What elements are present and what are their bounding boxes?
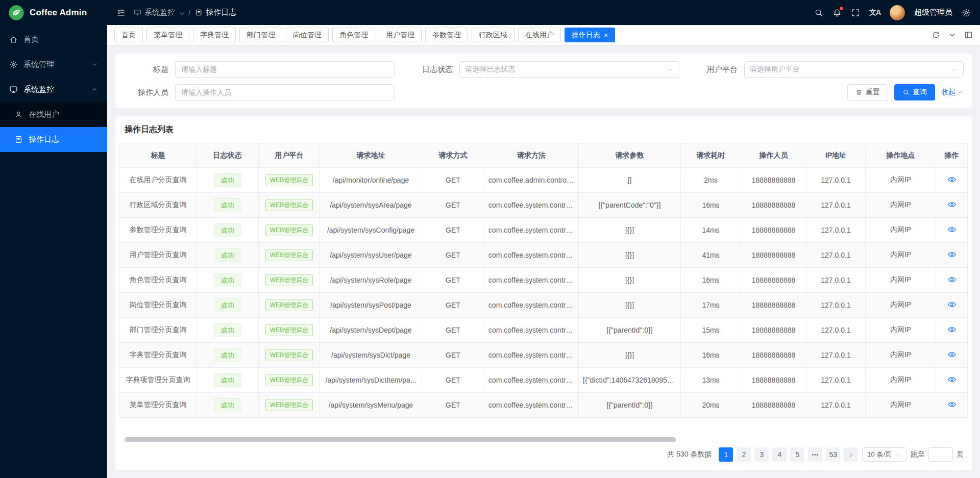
view-detail-eye-icon[interactable] (947, 275, 957, 284)
layout-icon[interactable] (964, 31, 973, 39)
table-row: 在线用户分页查询成功WEB管理后台/api/monitor/online/pag… (120, 168, 968, 193)
cell-location: 内网IP (866, 393, 936, 418)
sidebar: Coffee Admin 首页系统管理系统监控在线用户操作日志 (0, 0, 107, 478)
avatar[interactable] (890, 5, 905, 20)
cell-request-func: com.coffee.system.controlle... (484, 293, 579, 318)
tab-7[interactable]: 参数管理 (425, 28, 468, 42)
card-header: 操作日志列表 (119, 116, 968, 143)
translate-icon[interactable]: 文A (869, 8, 880, 17)
column-settings-gear-icon[interactable] (954, 125, 963, 134)
page-ellipsis[interactable]: ••• (808, 447, 822, 462)
menu-collapse-icon[interactable] (116, 8, 126, 17)
fullscreen-icon[interactable] (851, 8, 860, 17)
platform-filter-select[interactable]: 请选择用户平台 (744, 61, 964, 78)
sidebar-item-0[interactable]: 首页 (0, 27, 107, 52)
tabbar-actions (932, 31, 973, 39)
page-button-3[interactable]: 3 (754, 447, 769, 462)
page-button-1[interactable]: 1 (719, 447, 733, 462)
cell-title: 参数管理分页查询 (120, 218, 197, 243)
view-detail-eye-icon[interactable] (947, 175, 957, 184)
refresh-tabs-icon[interactable] (932, 31, 940, 39)
cell-platform: WEB管理后台 (259, 243, 320, 268)
cell-ip: 127.0.0.1 (806, 193, 866, 218)
tab-4[interactable]: 岗位管理 (286, 28, 329, 42)
sidebar-item-label: 首页 (23, 35, 39, 44)
tab-6[interactable]: 用户管理 (379, 28, 422, 42)
breadcrumb-label: 系统监控 (144, 8, 175, 17)
reset-button[interactable]: 重置 (847, 84, 888, 100)
tab-0[interactable]: 首页 (114, 28, 143, 42)
sidebar-subitem-1[interactable]: 操作日志 (0, 127, 107, 152)
title-filter-input[interactable] (175, 61, 395, 78)
page-button-4[interactable]: 4 (772, 447, 787, 462)
tab-5[interactable]: 角色管理 (332, 28, 375, 42)
refresh-table-icon[interactable] (919, 125, 928, 134)
chevron-down-icon (667, 66, 674, 73)
scrollbar-thumb[interactable] (125, 437, 676, 442)
settings-gear-icon[interactable] (962, 8, 971, 17)
table-row: 字典项管理分页查询成功WEB管理后台/api/system/sysDictIte… (120, 368, 968, 393)
cell-request-func: com.coffee.system.controlle... (484, 268, 579, 293)
status-filter-select[interactable]: 请选择日志状态 (459, 61, 679, 78)
jump-page-input[interactable] (928, 447, 953, 462)
view-detail-eye-icon[interactable] (947, 300, 957, 309)
tab-9[interactable]: 在线用户 (518, 28, 561, 42)
density-icon[interactable] (937, 125, 945, 134)
view-detail-eye-icon[interactable] (947, 400, 957, 409)
breadcrumb-item-monitor[interactable]: 系统监控 (134, 8, 184, 17)
sidebar-item-2[interactable]: 系统监控 (0, 77, 107, 102)
page-button-2[interactable]: 2 (737, 447, 751, 462)
table-row: 部门管理分页查询成功WEB管理后台/api/system/sysDept/pag… (120, 318, 968, 343)
app-logo[interactable]: Coffee Admin (0, 0, 107, 25)
cell-request-url: /api/system/sysUser/page (320, 243, 422, 268)
page-content: 标题 日志状态 请选择日志状态 用户平台 请选择用户平台 (107, 45, 980, 478)
refresh-icon (919, 125, 928, 134)
tab-8[interactable]: 行政区域 (472, 28, 514, 42)
view-detail-eye-icon[interactable] (947, 350, 957, 359)
layout-icon (964, 31, 973, 39)
breadcrumb-item-log: 操作日志 (195, 8, 236, 17)
view-detail-eye-icon[interactable] (947, 225, 957, 234)
view-detail-eye-icon[interactable] (947, 325, 957, 334)
operator-filter-input[interactable] (175, 84, 395, 100)
density-icon (937, 125, 945, 134)
cell-request-time: 16ms (681, 193, 741, 218)
cell-request-method: GET (422, 393, 484, 418)
user-icon (14, 110, 23, 119)
sidebar-subitem-0[interactable]: 在线用户 (0, 102, 107, 127)
tab-options-chevron-icon[interactable] (948, 31, 957, 39)
tab-3[interactable]: 部门管理 (239, 28, 282, 42)
cell-request-time: 16ms (681, 343, 741, 368)
page-size-select[interactable]: 10 条/页 (862, 447, 906, 462)
close-icon[interactable]: × (604, 32, 608, 39)
notification-bell-icon[interactable] (832, 8, 842, 17)
page-button-5[interactable]: 5 (790, 447, 804, 462)
tab-10[interactable]: 操作日志× (565, 28, 615, 42)
cell-operator: 18888888888 (741, 293, 806, 318)
sidebar-item-1[interactable]: 系统管理 (0, 52, 107, 77)
search-icon[interactable] (814, 8, 823, 17)
cell-status: 成功 (197, 218, 259, 243)
collapse-filter-link[interactable]: 收起 (941, 88, 964, 97)
page-button-53[interactable]: 53 (826, 447, 840, 462)
tab-2[interactable]: 字典管理 (193, 28, 236, 42)
view-detail-eye-icon[interactable] (947, 250, 957, 259)
cell-location: 内网IP (866, 193, 936, 218)
view-detail-eye-icon[interactable] (947, 200, 957, 209)
next-page-button[interactable] (844, 447, 858, 462)
cell-actions (936, 168, 968, 193)
cell-ip: 127.0.0.1 (806, 168, 866, 193)
cell-request-method: GET (422, 193, 484, 218)
platform-badge: WEB管理后台 (265, 174, 313, 186)
platform-badge: WEB管理后台 (265, 274, 313, 286)
eye-icon (947, 375, 957, 384)
log-list-card: 操作日志列表 标题日志状态用户平台请求地址请求方式请求方法请求参数请求耗时操作人… (115, 116, 972, 470)
cell-request-url: /api/system/sysDictItem/pa... (320, 368, 422, 393)
search-button[interactable]: 查询 (894, 84, 935, 100)
tab-label: 用户管理 (386, 31, 414, 40)
view-detail-eye-icon[interactable] (947, 375, 957, 384)
status-badge: 成功 (214, 348, 241, 362)
gear-icon (9, 60, 18, 69)
cell-request-params: [{}] (579, 343, 681, 368)
tab-1[interactable]: 菜单管理 (146, 28, 189, 42)
